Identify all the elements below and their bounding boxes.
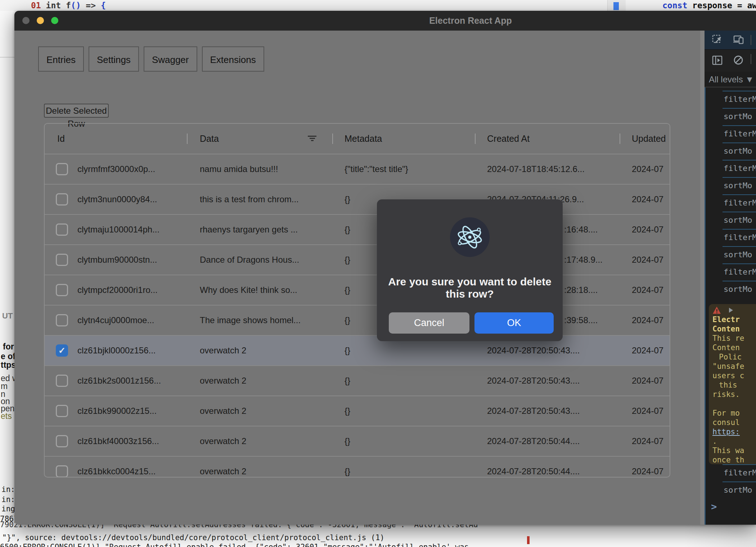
- maximize-window-button[interactable]: [51, 17, 58, 24]
- delete-selected-row-button[interactable]: Delete Selected Row: [44, 104, 109, 118]
- column-header-updated[interactable]: Updated: [632, 124, 666, 154]
- warning-line: Electr: [712, 315, 744, 324]
- row-checkbox[interactable]: [56, 465, 68, 478]
- warning-line: For mo: [712, 408, 744, 418]
- tab-settings[interactable]: Settings: [89, 46, 139, 72]
- console-log-entry[interactable]: sortMo: [706, 281, 756, 298]
- row-checkbox[interactable]: [56, 163, 68, 175]
- toolbar-divider: [751, 35, 751, 45]
- tab-extensions[interactable]: Extensions: [202, 46, 264, 72]
- clear-console-icon[interactable]: [733, 55, 744, 66]
- table-row-selected[interactable]: ✓ clz61bjkl0000z156... overwatch 2 {} 20…: [45, 335, 670, 365]
- cell-created-at: :28:18....: [564, 275, 598, 305]
- warning-line: This wa: [712, 446, 744, 455]
- warning-line: once th: [712, 455, 744, 464]
- cell-updated: 2024-07: [632, 245, 663, 275]
- console-log-entry[interactable]: filterM: [706, 194, 756, 212]
- ok-button[interactable]: OK: [474, 312, 554, 334]
- tab-bar: Entries Settings Swagger Extensions: [38, 46, 264, 72]
- warning-line: consul: [712, 418, 744, 427]
- row-checkbox-checked[interactable]: ✓: [56, 344, 68, 357]
- console-log-entry[interactable]: filterM: [706, 160, 756, 177]
- warning-line: users c: [712, 371, 744, 380]
- devtools-resize-gutter[interactable]: [700, 31, 705, 525]
- expand-arrow-icon[interactable]: [728, 307, 734, 313]
- warning-line: Conten: [712, 324, 744, 334]
- console-log-entry[interactable]: filterM: [706, 125, 756, 143]
- cell-updated: 2024-07: [632, 275, 663, 305]
- minimize-window-button[interactable]: [37, 17, 44, 24]
- table-row[interactable]: clz61bkf40003z156... overwatch 2 {} 2024…: [45, 426, 670, 456]
- cell-metadata: {}: [345, 336, 350, 365]
- row-checkbox[interactable]: [56, 314, 68, 326]
- cancel-button[interactable]: Cancel: [389, 312, 469, 334]
- text-fragment: e of: [1, 352, 15, 361]
- background-code-line: const response = aw: [662, 1, 756, 10]
- cell-data: overwatch 2: [200, 336, 246, 365]
- inspect-element-icon[interactable]: [712, 35, 723, 45]
- cell-created-at: :39:58....: [564, 306, 598, 335]
- row-checkbox[interactable]: [56, 284, 68, 296]
- console-log-entry[interactable]: sortMo: [706, 482, 756, 499]
- table-row[interactable]: clytmpcf20000ri1ro... Why does Kite! thi…: [45, 275, 670, 305]
- row-checkbox[interactable]: [56, 405, 68, 417]
- console-log-entry[interactable]: sortMo: [706, 212, 756, 229]
- table-row[interactable]: clytn4cuj0000moe... The image shows home…: [45, 305, 670, 335]
- row-checkbox[interactable]: [56, 435, 68, 447]
- device-toolbar-icon[interactable]: [733, 35, 744, 45]
- dialog-message-line: Are you sure you want to delete: [377, 276, 563, 288]
- column-header-id[interactable]: Id: [57, 124, 65, 154]
- cell-created-at: 2024-07-18T18:45:12.6...: [487, 154, 585, 184]
- row-checkbox[interactable]: [56, 254, 68, 266]
- table-row[interactable]: clz61bkkc0004z15... overwatch 2 {} 2024-…: [45, 456, 670, 478]
- cell-id: clytmbum90000stn...: [77, 245, 157, 275]
- console-sidebar-icon[interactable]: [712, 55, 723, 66]
- column-header-metadata[interactable]: Metadata: [345, 124, 382, 154]
- console-warning-block[interactable]: Electr Conten This re Conten Polic "unsa…: [709, 304, 756, 464]
- warning-link[interactable]: https:: [712, 427, 744, 437]
- filter-icon[interactable]: [308, 136, 316, 141]
- cell-id: clz61bk2s0001z156...: [77, 366, 161, 395]
- row-checkbox[interactable]: [56, 375, 68, 387]
- code-fragment: int f: [46, 1, 71, 10]
- console-log-entry[interactable]: filterM: [706, 263, 756, 281]
- table-row[interactable]: clytmbum90000stn... Dance of Dragons Hou…: [45, 244, 670, 275]
- table-row[interactable]: clytmaju1000014ph... rhaenys targaryen g…: [45, 214, 670, 244]
- window-title: Electron React App: [399, 11, 543, 31]
- log-level-dropdown[interactable]: All levels ▼: [709, 74, 754, 85]
- cell-metadata: {}: [345, 215, 350, 244]
- app-content-area: Entries Settings Swagger Extensions Dele…: [14, 31, 700, 525]
- console-log-entry[interactable]: filterM: [706, 91, 756, 108]
- cell-data: namu amida butsu!!!: [200, 154, 278, 184]
- warning-line: .: [712, 437, 744, 446]
- close-window-button[interactable]: [22, 17, 30, 24]
- console-log-entry[interactable]: filterM: [706, 229, 756, 246]
- table-row[interactable]: clyrmfmf30000x0p... namu amida butsu!!! …: [45, 154, 670, 184]
- table-row[interactable]: clz61bk990002z15... overwatch 2 {} 2024-…: [45, 395, 670, 426]
- table-row[interactable]: clytm3nun0000y84... this is a test from …: [45, 184, 670, 214]
- warning-line: risks.: [712, 390, 744, 399]
- dialog-message: Are you sure you want to delete this row…: [377, 276, 563, 300]
- minimap-marker: [613, 2, 619, 10]
- row-checkbox[interactable]: [56, 193, 68, 205]
- column-header-created-at[interactable]: Created At: [487, 124, 530, 154]
- tab-entries[interactable]: Entries: [38, 46, 84, 72]
- titlebar[interactable]: Electron React App: [14, 11, 756, 31]
- console-log-entry[interactable]: sortMo: [706, 143, 756, 160]
- console-log-entry[interactable]: filterM: [706, 464, 756, 482]
- text-cursor: [527, 536, 530, 544]
- cell-metadata: {}: [345, 275, 350, 305]
- console-prompt-chevron[interactable]: >: [711, 501, 717, 512]
- console-log-entry[interactable]: sortMo: [706, 177, 756, 194]
- cell-id: clytmpcf20000ri1ro...: [77, 275, 158, 305]
- cell-data: The image shows homel...: [200, 306, 301, 335]
- console-log-entry[interactable]: sortMo: [706, 246, 756, 263]
- cell-updated: 2024-07: [632, 185, 663, 214]
- cell-id: clz61bk990002z15...: [77, 396, 157, 426]
- row-checkbox[interactable]: [56, 223, 68, 236]
- tab-swagger[interactable]: Swagger: [144, 46, 197, 72]
- table-row[interactable]: clz61bk2s0001z156... overwatch 2 {} 2024…: [45, 365, 670, 395]
- console-log-entry[interactable]: sortMo: [706, 108, 756, 125]
- column-header-data[interactable]: Data: [200, 124, 219, 154]
- devtools-filter-row: All levels ▼: [705, 72, 756, 87]
